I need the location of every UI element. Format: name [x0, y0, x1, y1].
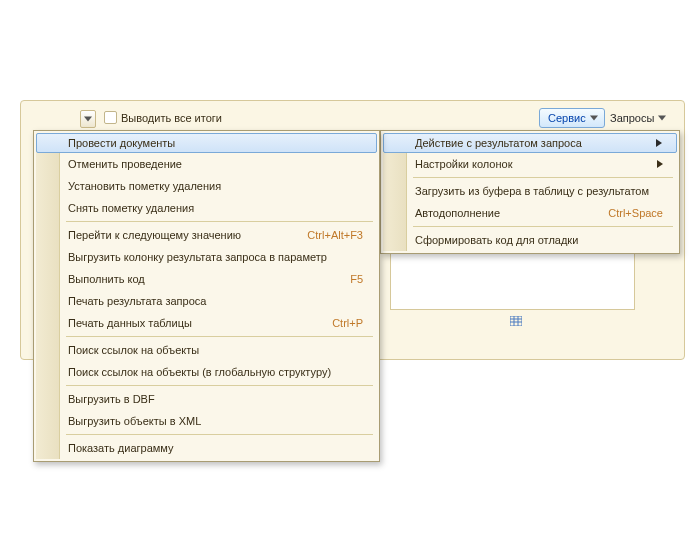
menu-item-label: Загрузить из буфера в таблицу с результа… [415, 185, 649, 197]
menu-item[interactable]: Печать результата запроса [36, 290, 377, 312]
service-label: Сервис [548, 112, 586, 124]
menu-item[interactable]: Показать диаграмму [36, 437, 377, 459]
menu-item[interactable]: Печать данных таблицыCtrl+P [36, 312, 377, 334]
menu-item[interactable]: Установить пометку удаления [36, 175, 377, 197]
menu-item[interactable]: Выполнить кодF5 [36, 268, 377, 290]
chevron-down-icon [590, 115, 598, 121]
menu-item-label: Выполнить код [68, 273, 145, 285]
menu-item[interactable]: АвтодополнениеCtrl+Space [383, 202, 677, 224]
menu-item-label: Провести документы [68, 137, 175, 149]
menu-item-label: Показать диаграмму [68, 442, 174, 454]
menu-item-label: Выгрузить в DBF [68, 393, 155, 405]
service-submenu: Действие с результатом запросаНастройки … [380, 130, 680, 254]
menu-item[interactable]: Отменить проведение [36, 153, 377, 175]
menu-item-label: Выгрузить колонку результата запроса в п… [68, 251, 327, 263]
chevron-down-icon [658, 115, 666, 121]
menu-item-label: Перейти к следующему значению [68, 229, 241, 241]
menu-item[interactable]: Выгрузить в DBF [36, 388, 377, 410]
menu-item-shortcut: Ctrl+Space [588, 207, 663, 219]
menu-item-label: Установить пометку удаления [68, 180, 221, 192]
menu-item-label: Сформировать код для отладки [415, 234, 578, 246]
menu-item-shortcut: Ctrl+P [312, 317, 363, 329]
menu-item[interactable]: Действие с результатом запроса [383, 133, 677, 153]
menu-item-label: Печать результата запроса [68, 295, 206, 307]
service-button[interactable]: Сервис [539, 108, 605, 128]
submenu-arrow-icon [657, 158, 663, 170]
menu-item-label: Действие с результатом запроса [415, 137, 582, 149]
menu-item[interactable]: Поиск ссылок на объекты [36, 339, 377, 361]
menu-item[interactable]: Сформировать код для отладки [383, 229, 677, 251]
queries-button[interactable]: Запросы [601, 108, 673, 128]
menu-item-label: Поиск ссылок на объекты (в глобальную ст… [68, 366, 331, 378]
menu-item-label: Печать данных таблицы [68, 317, 192, 329]
menu-item[interactable]: Провести документы [36, 133, 377, 153]
show-all-totals-checkbox[interactable]: Выводить все итоги [104, 111, 222, 124]
menu-item-label: Автодополнение [415, 207, 500, 219]
checkbox-icon [104, 111, 117, 124]
menu-item[interactable]: Выгрузить колонку результата запроса в п… [36, 246, 377, 268]
menu-item[interactable]: Поиск ссылок на объекты (в глобальную ст… [36, 361, 377, 383]
svg-rect-0 [510, 316, 522, 326]
menu-item[interactable]: Перейти к следующему значениюCtrl+Alt+F3 [36, 224, 377, 246]
grid-icon [510, 316, 522, 326]
submenu-arrow-icon [656, 137, 662, 149]
menu-item-label: Снять пометку удаления [68, 202, 194, 214]
menu-item-label: Поиск ссылок на объекты [68, 344, 199, 356]
menu-item[interactable]: Загрузить из буфера в таблицу с результа… [383, 180, 677, 202]
menu-item-label: Выгрузить объекты в XML [68, 415, 201, 427]
menu-item[interactable]: Снять пометку удаления [36, 197, 377, 219]
toolbar-dropdown[interactable] [80, 110, 96, 128]
menu-item-shortcut: Ctrl+Alt+F3 [287, 229, 363, 241]
menu-item[interactable]: Выгрузить объекты в XML [36, 410, 377, 432]
result-action-menu: Провести документыОтменить проведениеУст… [33, 130, 380, 462]
menu-item-label: Отменить проведение [68, 158, 182, 170]
menu-item[interactable]: Настройки колонок [383, 153, 677, 175]
menu-item-label: Настройки колонок [415, 158, 512, 170]
checkbox-label: Выводить все итоги [121, 112, 222, 124]
menu-item-shortcut: F5 [330, 273, 363, 285]
queries-label: Запросы [610, 112, 654, 124]
